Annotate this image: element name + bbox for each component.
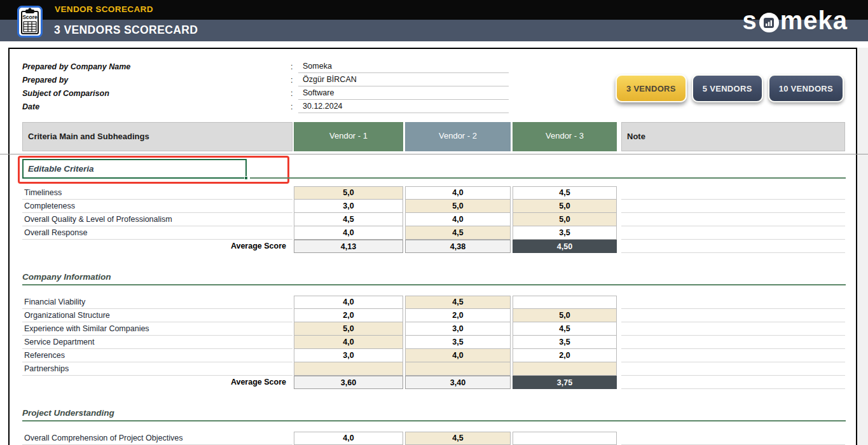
score-cell-vendor-1[interactable]: 3,0 xyxy=(294,200,403,213)
info-separator: : xyxy=(291,62,298,71)
score-cell-vendor-1[interactable]: 2,0 xyxy=(294,309,403,322)
score-cell-vendor-1[interactable]: 4,0 xyxy=(294,226,403,240)
criteria-label-cell[interactable]: Overall Response xyxy=(22,226,293,240)
vendor-header-cell-1: Vendor - 1 xyxy=(294,122,403,151)
vendor-header-cell-3: Vendor - 3 xyxy=(513,122,617,151)
note-cell[interactable] xyxy=(621,200,845,213)
score-cell-vendor-1[interactable]: 4,0 xyxy=(294,296,403,309)
info-value-field[interactable]: Software xyxy=(298,87,509,100)
criteria-row: Partnerships xyxy=(0,362,868,376)
info-value-field[interactable]: 30.12.2024 xyxy=(298,100,509,113)
criteria-row: Service Department4,03,53,5 xyxy=(0,336,868,349)
info-row: Subject of Comparison:Software xyxy=(22,86,531,100)
svg-text:Score: Score xyxy=(22,14,38,20)
info-row: Prepared by:Özgür BİRCAN xyxy=(22,73,531,86)
criteria-label-cell[interactable]: Service Department xyxy=(22,336,293,349)
score-cell-vendor-3[interactable]: 5,0 xyxy=(513,213,617,226)
freeze-pane-divider xyxy=(0,154,868,154)
score-cell-vendor-1[interactable]: 4,0 xyxy=(294,432,403,445)
info-label: Subject of Comparison xyxy=(22,89,291,98)
info-value-field[interactable]: Someka xyxy=(298,60,509,73)
score-cell-vendor-2[interactable]: 3,0 xyxy=(405,322,511,336)
score-cell-vendor-3[interactable]: 4,5 xyxy=(513,322,617,336)
score-cell-vendor-3[interactable] xyxy=(513,432,617,445)
score-cell-vendor-2[interactable]: 4,5 xyxy=(405,226,511,240)
criteria-label-cell[interactable]: Overall Quality & Level of Professionali… xyxy=(22,213,293,226)
selected-section-header: Editable Criteria xyxy=(0,156,868,186)
score-cell-vendor-3[interactable]: 3,5 xyxy=(513,336,617,349)
score-cell-vendor-2[interactable]: 4,0 xyxy=(405,186,511,200)
score-cell-vendor-3[interactable]: 4,5 xyxy=(513,186,617,200)
score-cell-vendor-3[interactable]: 3,5 xyxy=(513,226,617,240)
info-separator: : xyxy=(291,76,298,85)
note-cell[interactable] xyxy=(621,362,845,376)
info-value-field[interactable]: Özgür BİRCAN xyxy=(298,74,509,86)
criteria-header-cell: Criteria Main and Subheadings xyxy=(22,122,293,151)
selected-cell[interactable]: Editable Criteria xyxy=(22,159,247,179)
info-row: Date:30.12.2024 xyxy=(22,100,531,113)
score-cell-vendor-1[interactable]: 5,0 xyxy=(294,322,403,336)
average-score-label: Average Score xyxy=(22,376,293,389)
note-cell[interactable] xyxy=(621,240,845,253)
section-underline xyxy=(250,177,846,179)
score-cell-vendor-1[interactable] xyxy=(294,362,403,376)
vendor-scorecard-page: Score VENDOR SCORECARD 3 VENDORS SCORECA… xyxy=(0,0,868,445)
note-cell[interactable] xyxy=(621,186,845,200)
score-cell-vendor-1[interactable]: 4,5 xyxy=(294,213,403,226)
vendor-count-buttons: 3 VENDORS5 VENDORS10 VENDORS xyxy=(616,74,844,102)
vendor-count-button-10[interactable]: 10 VENDORS xyxy=(768,74,844,102)
average-score-label: Average Score xyxy=(22,240,293,253)
selection-fill-handle[interactable] xyxy=(244,176,248,180)
info-label: Date xyxy=(22,102,291,111)
note-cell[interactable] xyxy=(621,296,845,309)
score-cell-vendor-2[interactable]: 2,0 xyxy=(405,309,511,322)
criteria-label-cell[interactable]: Overall Comprehension of Project Objecti… xyxy=(22,432,293,445)
criteria-row: Completeness3,05,05,0 xyxy=(0,200,868,213)
criteria-label-cell[interactable]: References xyxy=(22,349,293,362)
criteria-label-cell[interactable]: Partnerships xyxy=(22,362,293,376)
score-cell-vendor-1[interactable]: 3,0 xyxy=(294,349,403,362)
scorecard-sheet: Editable CriteriaTimeliness5,04,04,5Comp… xyxy=(0,156,868,445)
score-cell-vendor-3[interactable] xyxy=(513,296,617,309)
average-score-cell-vendor-3: 3,75 xyxy=(513,376,617,389)
note-cell[interactable] xyxy=(621,213,845,226)
score-cell-vendor-3[interactable] xyxy=(513,362,617,376)
score-cell-vendor-1[interactable]: 5,0 xyxy=(294,186,403,200)
criteria-label-cell[interactable]: Experience with Similar Companies xyxy=(22,322,293,336)
criteria-row: Overall Response4,04,53,5 xyxy=(0,226,868,240)
score-cell-vendor-3[interactable]: 5,0 xyxy=(513,200,617,213)
criteria-label-cell[interactable]: Financial Viability xyxy=(22,296,293,309)
note-cell[interactable] xyxy=(621,336,845,349)
info-block: Prepared by Company Name:SomekaPrepared … xyxy=(22,60,531,113)
note-cell[interactable] xyxy=(621,309,845,322)
score-cell-vendor-2[interactable]: 4,0 xyxy=(405,213,511,226)
note-cell[interactable] xyxy=(621,349,845,362)
note-cell[interactable] xyxy=(621,322,845,336)
info-label: Prepared by Company Name xyxy=(22,62,291,71)
vendor-count-button-3[interactable]: 3 VENDORS xyxy=(616,74,687,102)
score-cell-vendor-2[interactable]: 5,0 xyxy=(405,200,511,213)
average-score-cell-vendor-1: 4,13 xyxy=(294,240,403,253)
note-cell[interactable] xyxy=(621,432,845,445)
average-score-cell-vendor-3: 4,50 xyxy=(513,240,617,253)
scorecard-clipboard-icon: Score xyxy=(17,6,43,38)
vendor-count-button-5[interactable]: 5 VENDORS xyxy=(692,74,763,102)
section-gap xyxy=(0,421,868,432)
criteria-label-cell[interactable]: Organizational Structure xyxy=(22,309,293,322)
score-cell-vendor-2[interactable]: 3,5 xyxy=(405,336,511,349)
criteria-label-cell[interactable]: Timeliness xyxy=(22,186,293,200)
criteria-label-cell[interactable]: Completeness xyxy=(22,200,293,213)
score-cell-vendor-2[interactable]: 4,5 xyxy=(405,296,511,309)
score-cell-vendor-1[interactable]: 4,0 xyxy=(294,336,403,349)
score-cell-vendor-2[interactable]: 4,5 xyxy=(405,432,511,445)
section-title: Project Understanding xyxy=(22,407,868,420)
score-cell-vendor-2[interactable] xyxy=(405,362,511,376)
criteria-row: Timeliness5,04,04,5 xyxy=(0,186,868,200)
score-cell-vendor-3[interactable]: 5,0 xyxy=(513,309,617,322)
note-cell[interactable] xyxy=(621,226,845,240)
logo-chart-icon xyxy=(759,13,779,32)
note-cell[interactable] xyxy=(621,376,845,389)
score-cell-vendor-2[interactable]: 4,0 xyxy=(405,349,511,362)
score-cell-vendor-3[interactable]: 2,0 xyxy=(513,349,617,362)
section-header: Company Information xyxy=(0,271,868,296)
